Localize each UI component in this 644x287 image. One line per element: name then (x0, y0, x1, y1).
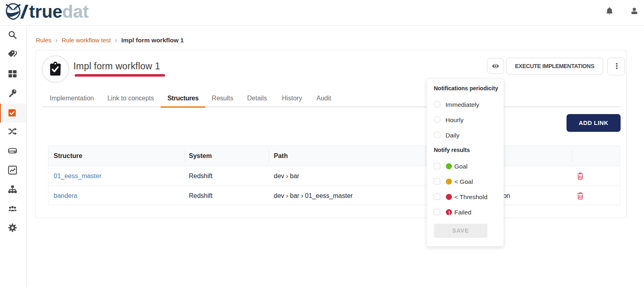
svg-text:truedat: truedat (29, 2, 89, 21)
